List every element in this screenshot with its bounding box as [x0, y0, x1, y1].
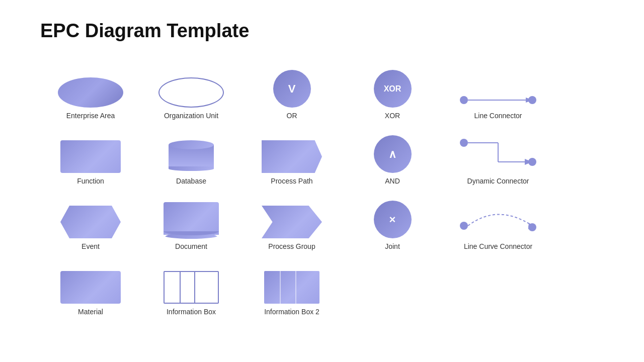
process-group-label: Process Group [268, 242, 315, 250]
database-shape [169, 140, 214, 173]
db-bottom [169, 166, 214, 171]
database-label: Database [176, 177, 206, 185]
empty-cell-5-4 [453, 255, 543, 316]
empty-cell-4-4 [347, 255, 438, 316]
joint-label: Joint [385, 242, 400, 250]
enterprise-area-label: Enterprise Area [66, 112, 115, 120]
joint-symbol: × [389, 213, 396, 226]
info-box-cell: Information Box [146, 255, 236, 316]
event-shape [60, 206, 121, 238]
xor-cell: XOR XOR [347, 59, 438, 120]
line-connector-cell: Line Connector [448, 59, 548, 120]
svg-point-10 [164, 231, 219, 235]
or-label: OR [287, 112, 297, 120]
event-cell: Event [45, 190, 136, 250]
database-cell: Database [146, 125, 236, 185]
svg-point-13 [528, 223, 536, 231]
process-group-cell: Process Group [247, 190, 337, 250]
dynamic-connector-cell: Dynamic Connector [448, 125, 548, 185]
material-label: Material [78, 308, 103, 316]
function-shape [60, 140, 121, 173]
info-box2-cell: Information Box 2 [247, 255, 337, 316]
svg-point-0 [460, 96, 468, 104]
process-path-cell: Process Path [247, 125, 337, 185]
svg-point-4 [460, 139, 468, 147]
curve-connector-label: Line Curve Connector [464, 242, 532, 250]
dynamic-connector-label: Dynamic Connector [467, 177, 529, 185]
process-path-label: Process Path [271, 177, 312, 185]
xor-shape: XOR [374, 70, 412, 108]
process-group-shape [262, 206, 322, 238]
process-path-shape [262, 140, 322, 173]
db-top [169, 140, 214, 149]
function-label: Function [77, 177, 104, 185]
enterprise-area-shape [58, 77, 123, 108]
line-connector-label: Line Connector [474, 112, 522, 120]
org-unit-shape [158, 77, 224, 108]
and-shape: ∧ [374, 135, 412, 173]
or-symbol: V [288, 82, 296, 96]
org-unit-cell: Organization Unit [146, 59, 236, 120]
page: EPC Diagram Template Enterprise Area Org… [0, 0, 644, 362]
and-label: AND [385, 177, 400, 185]
function-cell: Function [45, 125, 136, 185]
info-box2-label: Information Box 2 [264, 308, 319, 316]
material-cell: Material [45, 255, 136, 316]
line-connector-shape [458, 93, 538, 108]
curve-connector-shape [458, 198, 538, 238]
curve-connector-cell: Line Curve Connector [448, 190, 548, 250]
info-box2-shape [264, 271, 319, 304]
xor-label: XOR [385, 112, 400, 120]
org-unit-label: Organization Unit [164, 112, 218, 120]
or-cell: V OR [247, 59, 337, 120]
dynamic-connector-shape [458, 133, 538, 173]
shapes-grid: Enterprise Area Organization Unit V OR X… [40, 57, 604, 318]
info-box-label: Information Box [167, 308, 216, 316]
document-label: Document [175, 242, 207, 250]
svg-point-9 [528, 158, 536, 166]
page-title: EPC Diagram Template [40, 20, 604, 42]
event-label: Event [82, 242, 100, 250]
joint-cell: × Joint [347, 190, 438, 250]
material-shape [60, 271, 121, 304]
svg-point-11 [460, 222, 468, 230]
svg-point-3 [528, 96, 536, 104]
or-shape: V [273, 70, 311, 108]
enterprise-area-cell: Enterprise Area [45, 59, 136, 120]
joint-shape: × [374, 201, 412, 238]
document-cell: Document [146, 190, 236, 250]
and-symbol: ∧ [388, 148, 396, 161]
document-shape [164, 202, 219, 235]
xor-symbol: XOR [384, 84, 401, 94]
info-box-shape [164, 271, 219, 304]
and-cell: ∧ AND [347, 125, 438, 185]
